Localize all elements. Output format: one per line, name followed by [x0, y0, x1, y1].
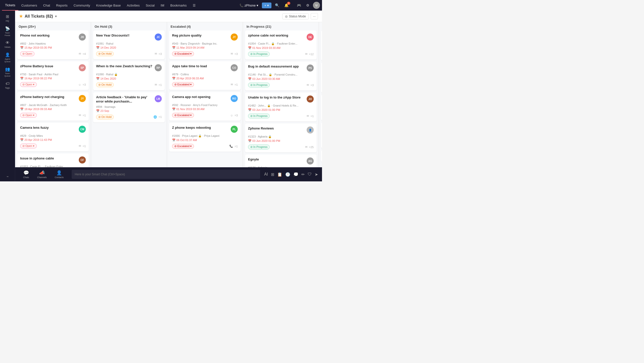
grid-icon[interactable]: ⊞	[271, 172, 274, 177]
status-badge-open[interactable]: ⊘ Open ▾	[20, 113, 37, 118]
status-mode-button[interactable]: ◎ Status Mode	[282, 13, 309, 19]
card-camera-app-not-opening[interactable]: Camera app not opening RO #592 · Rossner…	[169, 92, 241, 121]
more-options-button[interactable]: ···	[311, 13, 318, 19]
views-icon: 👁	[6, 41, 10, 45]
card-header: Bug in default measurement app PS	[248, 64, 314, 72]
shield-icon[interactable]: 🛡	[308, 172, 312, 177]
bottom-item-channels[interactable]: 📣 Channels	[33, 170, 51, 179]
card-header: zPhone battery not charging JY	[20, 95, 86, 102]
user-avatar[interactable]: U	[313, 2, 320, 9]
sidebar-item-tags[interactable]: 🏷 Tags	[1, 80, 14, 91]
clock-icon[interactable]: 🕐	[285, 172, 290, 177]
nav-activities[interactable]: Activities	[124, 0, 143, 11]
table-icon[interactable]: 📋	[277, 172, 282, 177]
status-badge-onhold[interactable]: ⊘ On Hold	[96, 82, 114, 87]
bottom-item-contacts[interactable]: 👤 Contacts	[51, 170, 68, 179]
nav-bookmarks[interactable]: Bookmarks	[167, 0, 190, 11]
card-avatar: RO	[231, 95, 238, 102]
status-badge-inprogress[interactable]: ⊘ In Progress	[248, 114, 270, 118]
nav-reports[interactable]: Reports	[53, 0, 71, 11]
column-other-status: Other Status (5) Can we sync Goog with Z…	[319, 22, 322, 167]
card-avatar: JH	[79, 34, 86, 41]
sidebar-item-views[interactable]: 👁 Views	[1, 39, 14, 50]
card-footer: ⊘ In Progress ✉ =3	[248, 83, 314, 87]
chat-icon[interactable]: 💭	[293, 172, 298, 177]
sidebar-item-team-feeds[interactable]: 📡 TeamFeeds	[1, 25, 14, 38]
card-title: Reg picture quality	[172, 34, 229, 38]
card-meta: #543 · Barry Zingovich · Bazinga Inc.	[172, 42, 238, 45]
card-bug-measurement-app[interactable]: Bug in default measurement app PS #1146 …	[245, 61, 317, 90]
nav-knowledge-base[interactable]: Knowledge Base	[93, 0, 124, 11]
nav-tickets[interactable]: Tickets	[2, 0, 18, 11]
sidebar-item-expand[interactable]: ⇒	[1, 174, 14, 179]
sidebar-item-agent-queue[interactable]: 👤 AgentQueue	[1, 51, 14, 64]
send-icon[interactable]: ➤	[315, 172, 318, 177]
card-avatar: LM	[155, 95, 162, 102]
card-zphone-rebooting[interactable]: Z phone keeps rebooting PL #1666 · Priya…	[169, 123, 241, 152]
card-icon: 🌐	[153, 115, 157, 119]
status-badge-inprogress[interactable]: ⊘ In Progress	[248, 145, 270, 149]
bottom-item-chats[interactable]: 💬 Chats	[19, 170, 33, 179]
card-icons: 🌐 =1	[153, 115, 162, 119]
ai-icon[interactable]: AI	[264, 172, 268, 177]
smart-chat-input[interactable]	[72, 170, 260, 179]
card-egnyte[interactable]: Egnyte AG #1576 · Agbaria 📅 03 Jun 2020.…	[245, 154, 317, 167]
gamepad-button[interactable]: 🎮	[295, 2, 303, 8]
status-badge-open[interactable]: ⊘ Open ▾	[20, 82, 37, 87]
zphone-button[interactable]: 📞 zPhone ▾	[238, 3, 260, 8]
card-new-year-discounts[interactable]: New Year Discounts!! JC #1091 · Rahul 📅 …	[93, 30, 165, 59]
card-zwatch-launching[interactable]: When is the new Zwatch launching? RP #10…	[93, 61, 165, 90]
sidebar-item-team-queue[interactable]: 👥 TeamQueue	[1, 65, 14, 79]
nav-customers[interactable]: Customers	[18, 0, 40, 11]
card-phone-cable-not[interactable]: Phone cable not w... #1309 · sarah 🔒 📅 0…	[321, 95, 322, 121]
nav-im[interactable]: IM	[158, 0, 167, 11]
card-sync-google[interactable]: Can we sync Goog with Zylker CarPac... #…	[321, 30, 322, 60]
status-badge-inprogress[interactable]: ⊘ In Progress	[248, 52, 270, 56]
card-title: zphone cable not working	[248, 34, 305, 38]
nav-social[interactable]: Social	[143, 0, 157, 11]
status-badge-open[interactable]: ⊘ Open ▾	[20, 144, 37, 148]
status-badge-inprogress[interactable]: ⊘ In Progress	[248, 83, 270, 87]
add-button[interactable]: + ▾	[262, 3, 271, 8]
card-reg-picture-quality[interactable]: Reg picture quality JY #543 · Barry Zing…	[169, 30, 241, 59]
card-title: Egnyte	[248, 157, 305, 162]
nav-more[interactable]: ☰	[190, 0, 199, 11]
card-zphone-screen[interactable]: Z phone Screen replacement	[321, 150, 322, 162]
card-zphone-battery-issue[interactable]: zPhone Battery Issue SP #793 · Sarah Pau…	[17, 61, 89, 90]
card-battery-not-charging[interactable]: zPhone battery not charging JY #807 · Ja…	[17, 92, 89, 121]
card-article-feedback[interactable]: Article feedback - 'Unable to pay' error…	[93, 92, 165, 122]
card-phone-slowed[interactable]: Phone has slowed after the recent so... …	[321, 62, 322, 93]
title-dropdown[interactable]: ▾	[55, 15, 57, 18]
search-button[interactable]: 🔍	[273, 2, 281, 8]
card-phone-not-working[interactable]: Phone not working JH #802 · John Hawkins…	[17, 30, 89, 59]
card-zphone-reviews[interactable]: Zphone Reviews 👤 #1323 · Agbaria 🔒 📅 03 …	[245, 123, 317, 152]
status-badge-escalated[interactable]: ⊘ Escalated ▾	[172, 82, 194, 87]
edit-icon[interactable]: ✏	[301, 172, 305, 177]
notification-badge: 2	[287, 2, 290, 5]
nav-chat[interactable]: Chat	[40, 0, 53, 11]
status-badge-escalated[interactable]: ⊘ Escalated ▾	[172, 113, 194, 118]
bottom-bar: 💬 Chats 📣 Channels 👤 Contacts AI ⊞ 📋 🕐 💭…	[15, 167, 322, 181]
card-header: Z phone keeps rebooting PL	[172, 126, 238, 133]
card-avatar: 👤	[307, 126, 314, 134]
sidebar-item-hq[interactable]: ⊞ HQ	[1, 13, 14, 24]
card-zphone-battery-iss[interactable]: zPhone Battery Iss... #1049 · Sarah Paul…	[321, 122, 322, 148]
card-avatar: CO	[231, 64, 238, 71]
favorite-star[interactable]: ★	[19, 14, 23, 19]
status-badge-escalated[interactable]: ⊘ Escalated ▾	[172, 144, 194, 149]
card-apps-take-time[interactable]: Apps take time to load CO #879 · Collins…	[169, 61, 241, 90]
nav-community[interactable]: Community	[71, 0, 93, 11]
notifications-button[interactable]: 🔔2	[283, 2, 293, 8]
card-zapp-store-login[interactable]: Unable to log in to the zApp Store JO #1…	[245, 92, 317, 121]
card-count: =3	[83, 83, 86, 86]
card-footer: ⊘ Escalated ▾ ✉ =1	[172, 82, 238, 87]
status-badge-onhold[interactable]: ⊘ On Hold	[96, 51, 114, 56]
status-badge-escalated[interactable]: ⊘ Escalated ▾	[172, 51, 194, 56]
card-avatar: JO	[307, 95, 314, 103]
card-zphone-cable-not-working[interactable]: zphone cable not working DE #1054 · Casi…	[245, 30, 317, 59]
status-badge-onhold[interactable]: ⊘ On Hold	[96, 115, 114, 119]
status-badge-open[interactable]: ⊘ Open	[20, 51, 34, 56]
settings-button[interactable]: ⚙	[305, 2, 311, 8]
card-camera-lens-fuzzy[interactable]: Camera lens fuzzy CM #829 · Cindy Miles …	[17, 123, 89, 151]
card-zphone-cable[interactable]: Issue in zphone cable CF #1053 · Casie F…	[17, 153, 89, 167]
